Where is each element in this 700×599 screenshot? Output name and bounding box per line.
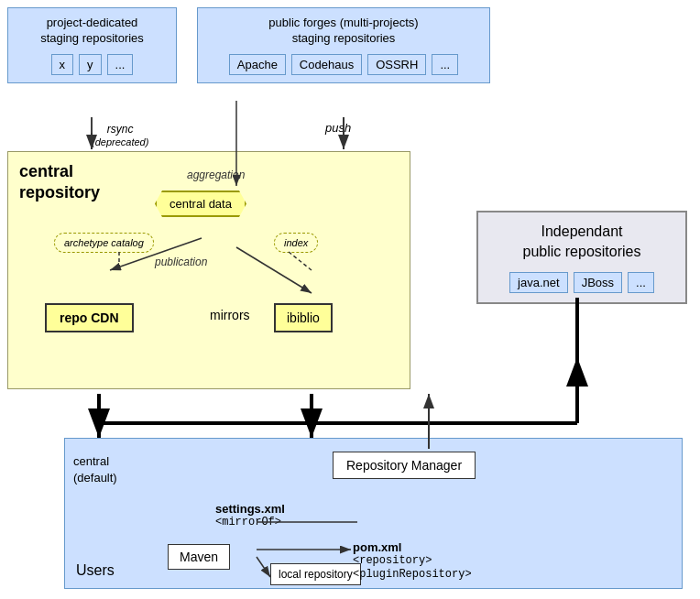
repo-java-net: java.net (509, 272, 568, 293)
box-staging-project: project-dedicatedstaging repositories x … (7, 7, 177, 83)
label-users: Users (76, 562, 115, 579)
label-mirrors: mirrors (210, 308, 250, 322)
box-local-repo: local repository (270, 563, 361, 585)
forge-dots: ... (432, 54, 458, 75)
label-push: push (325, 121, 351, 135)
label-aggregation: aggregation (187, 169, 245, 181)
staging-item-x: x (51, 54, 74, 75)
repo-jboss: JBoss (574, 272, 622, 293)
staging-item-dots: ... (107, 54, 134, 75)
archetype-catalog: archetype catalog (54, 233, 154, 253)
label-plugin-repo-tag: <pluginRepository> (353, 568, 472, 581)
box-independent-repos: Independantpublic repositories java.net … (476, 211, 687, 304)
box-repo-cdn: repo CDN (45, 303, 134, 332)
forge-codehaus: Codehaus (291, 54, 362, 75)
index-tag: index (274, 233, 318, 253)
independent-title: Independantpublic repositories (487, 222, 676, 263)
forge-ossrh: OSSRH (367, 54, 426, 75)
label-settings-xml: settings.xml (215, 502, 285, 516)
label-publication: publication (155, 256, 207, 268)
staging-item-y: y (79, 54, 102, 75)
repo-dots: ... (628, 272, 654, 293)
central-repo-label: central repository (19, 161, 100, 204)
label-central-default: central (default) (73, 453, 117, 486)
box-public-forges: public forges (multi-projects)staging re… (197, 7, 490, 83)
box-maven: Maven (168, 544, 230, 570)
label-repository-tag: <repository> (353, 554, 432, 567)
box-repo-manager: Repository Manager (333, 452, 476, 479)
svg-marker-7 (340, 136, 347, 145)
central-data-box: central data (155, 191, 246, 217)
public-forges-title: public forges (multi-projects)staging re… (205, 16, 482, 47)
box-ibiblio: ibiblio (274, 303, 333, 332)
box-central-repository: central repository aggregation central d… (7, 151, 410, 389)
forge-apache: Apache (229, 54, 286, 75)
staging-project-title: project-dedicatedstaging repositories (16, 16, 169, 47)
diagram: project-dedicatedstaging repositories x … (0, 0, 700, 599)
label-mirrorof: <mirrorOf> (215, 516, 281, 528)
label-rsync: rsync (deprecated) (92, 123, 148, 148)
label-pom-xml: pom.xml (353, 540, 401, 554)
